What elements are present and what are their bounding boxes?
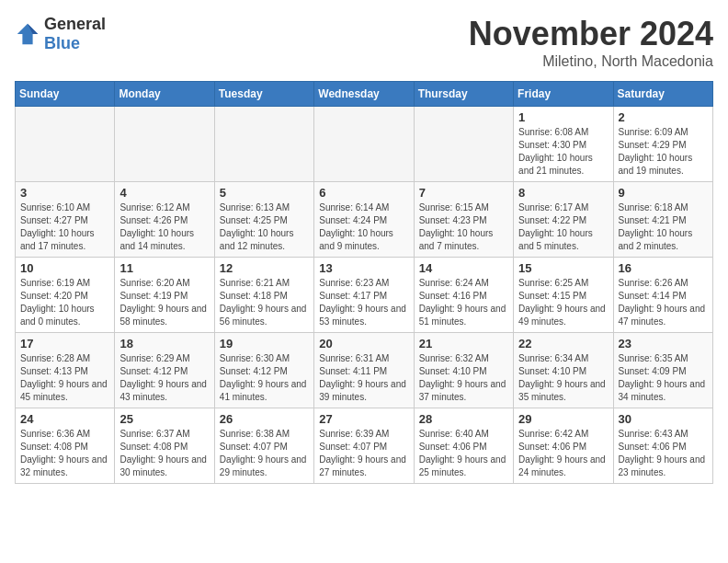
day-number: 14 <box>419 261 508 275</box>
header: General Blue November 2024 Miletino, Nor… <box>15 15 713 70</box>
day-info: Sunrise: 6:08 AM Sunset: 4:30 PM Dayligh… <box>518 126 608 178</box>
day-info: Sunrise: 6:43 AM Sunset: 4:06 PM Dayligh… <box>619 428 708 479</box>
calendar-cell: 12Sunrise: 6:21 AM Sunset: 4:18 PM Dayli… <box>214 258 313 333</box>
day-number: 20 <box>319 337 408 350</box>
day-number: 6 <box>319 186 408 200</box>
day-number: 21 <box>419 337 508 350</box>
calendar-cell: 6Sunrise: 6:14 AM Sunset: 4:24 PM Daylig… <box>314 182 414 258</box>
calendar-cell: 11Sunrise: 6:20 AM Sunset: 4:19 PM Dayli… <box>115 258 214 333</box>
day-number: 28 <box>419 412 508 426</box>
column-header-sunday: Sunday <box>16 82 115 107</box>
day-number: 17 <box>20 337 109 350</box>
day-number: 4 <box>119 186 209 200</box>
day-number: 16 <box>619 261 708 275</box>
calendar-cell: 2Sunrise: 6:09 AM Sunset: 4:29 PM Daylig… <box>613 107 712 182</box>
calendar-cell: 18Sunrise: 6:29 AM Sunset: 4:12 PM Dayli… <box>115 333 214 408</box>
calendar-cell: 27Sunrise: 6:39 AM Sunset: 4:07 PM Dayli… <box>314 408 414 484</box>
day-info: Sunrise: 6:15 AM Sunset: 4:23 PM Dayligh… <box>419 201 508 253</box>
calendar-cell <box>16 107 115 182</box>
day-number: 13 <box>319 261 408 275</box>
logo-icon <box>15 21 40 47</box>
title-area: November 2024 Miletino, North Macedonia <box>469 15 713 70</box>
month-title: November 2024 <box>469 15 713 53</box>
calendar-cell: 24Sunrise: 6:36 AM Sunset: 4:08 PM Dayli… <box>16 408 115 484</box>
calendar-body: 1Sunrise: 6:08 AM Sunset: 4:30 PM Daylig… <box>16 107 713 484</box>
calendar-cell: 21Sunrise: 6:32 AM Sunset: 4:10 PM Dayli… <box>414 333 513 408</box>
calendar-cell: 29Sunrise: 6:42 AM Sunset: 4:06 PM Dayli… <box>514 408 613 484</box>
day-number: 15 <box>518 261 608 275</box>
day-number: 29 <box>518 412 608 426</box>
calendar-cell: 13Sunrise: 6:23 AM Sunset: 4:17 PM Dayli… <box>314 258 414 333</box>
calendar-cell: 3Sunrise: 6:10 AM Sunset: 4:27 PM Daylig… <box>16 182 115 258</box>
day-info: Sunrise: 6:31 AM Sunset: 4:11 PM Dayligh… <box>319 352 408 404</box>
day-number: 23 <box>619 337 708 350</box>
calendar-cell: 4Sunrise: 6:12 AM Sunset: 4:26 PM Daylig… <box>115 182 214 258</box>
day-number: 9 <box>619 186 708 200</box>
day-number: 18 <box>119 337 209 350</box>
day-number: 24 <box>20 412 109 426</box>
calendar-cell: 17Sunrise: 6:28 AM Sunset: 4:13 PM Dayli… <box>16 333 115 408</box>
day-info: Sunrise: 6:26 AM Sunset: 4:14 PM Dayligh… <box>619 277 708 328</box>
day-number: 27 <box>319 412 408 426</box>
calendar-cell: 28Sunrise: 6:40 AM Sunset: 4:06 PM Dayli… <box>414 408 513 484</box>
day-number: 30 <box>619 412 708 426</box>
day-info: Sunrise: 6:39 AM Sunset: 4:07 PM Dayligh… <box>319 428 408 479</box>
day-info: Sunrise: 6:35 AM Sunset: 4:09 PM Dayligh… <box>619 352 708 404</box>
day-info: Sunrise: 6:38 AM Sunset: 4:07 PM Dayligh… <box>220 428 309 479</box>
day-info: Sunrise: 6:17 AM Sunset: 4:22 PM Dayligh… <box>518 201 608 253</box>
day-info: Sunrise: 6:25 AM Sunset: 4:15 PM Dayligh… <box>518 277 608 328</box>
calendar-cell: 25Sunrise: 6:37 AM Sunset: 4:08 PM Dayli… <box>115 408 214 484</box>
day-info: Sunrise: 6:28 AM Sunset: 4:13 PM Dayligh… <box>20 352 109 404</box>
logo-blue: Blue <box>44 34 80 52</box>
day-info: Sunrise: 6:14 AM Sunset: 4:24 PM Dayligh… <box>319 201 408 253</box>
calendar-cell: 26Sunrise: 6:38 AM Sunset: 4:07 PM Dayli… <box>214 408 313 484</box>
calendar-week-row: 17Sunrise: 6:28 AM Sunset: 4:13 PM Dayli… <box>16 333 713 408</box>
day-info: Sunrise: 6:12 AM Sunset: 4:26 PM Dayligh… <box>119 201 209 253</box>
calendar-cell <box>115 107 214 182</box>
calendar-cell: 19Sunrise: 6:30 AM Sunset: 4:12 PM Dayli… <box>214 333 313 408</box>
column-header-tuesday: Tuesday <box>214 82 313 107</box>
day-info: Sunrise: 6:34 AM Sunset: 4:10 PM Dayligh… <box>518 352 608 404</box>
day-info: Sunrise: 6:42 AM Sunset: 4:06 PM Dayligh… <box>518 428 608 479</box>
calendar-cell: 9Sunrise: 6:18 AM Sunset: 4:21 PM Daylig… <box>613 182 712 258</box>
calendar-header-row: SundayMondayTuesdayWednesdayThursdayFrid… <box>16 82 713 107</box>
column-header-monday: Monday <box>115 82 214 107</box>
calendar-cell: 20Sunrise: 6:31 AM Sunset: 4:11 PM Dayli… <box>314 333 414 408</box>
logo: General Blue <box>15 15 106 53</box>
column-header-wednesday: Wednesday <box>314 82 414 107</box>
day-number: 26 <box>220 412 309 426</box>
day-number: 5 <box>220 186 309 200</box>
column-header-thursday: Thursday <box>414 82 513 107</box>
day-number: 22 <box>518 337 608 350</box>
day-number: 12 <box>220 261 309 275</box>
calendar-cell: 8Sunrise: 6:17 AM Sunset: 4:22 PM Daylig… <box>514 182 613 258</box>
day-number: 1 <box>518 110 608 124</box>
day-info: Sunrise: 6:18 AM Sunset: 4:21 PM Dayligh… <box>619 201 708 253</box>
calendar-table: SundayMondayTuesdayWednesdayThursdayFrid… <box>15 81 713 484</box>
column-header-friday: Friday <box>514 82 613 107</box>
calendar-cell: 1Sunrise: 6:08 AM Sunset: 4:30 PM Daylig… <box>514 107 613 182</box>
day-info: Sunrise: 6:19 AM Sunset: 4:20 PM Dayligh… <box>20 277 109 328</box>
day-number: 7 <box>419 186 508 200</box>
day-info: Sunrise: 6:40 AM Sunset: 4:06 PM Dayligh… <box>419 428 508 479</box>
day-number: 2 <box>619 110 708 124</box>
day-info: Sunrise: 6:20 AM Sunset: 4:19 PM Dayligh… <box>119 277 209 328</box>
day-number: 11 <box>119 261 209 275</box>
calendar-cell: 23Sunrise: 6:35 AM Sunset: 4:09 PM Dayli… <box>613 333 712 408</box>
day-info: Sunrise: 6:21 AM Sunset: 4:18 PM Dayligh… <box>220 277 309 328</box>
calendar-week-row: 10Sunrise: 6:19 AM Sunset: 4:20 PM Dayli… <box>16 258 713 333</box>
logo-general: General <box>44 15 106 33</box>
location-title: Miletino, North Macedonia <box>469 53 713 70</box>
calendar-cell: 5Sunrise: 6:13 AM Sunset: 4:25 PM Daylig… <box>214 182 313 258</box>
day-info: Sunrise: 6:24 AM Sunset: 4:16 PM Dayligh… <box>419 277 508 328</box>
calendar-cell: 30Sunrise: 6:43 AM Sunset: 4:06 PM Dayli… <box>613 408 712 484</box>
calendar-week-row: 1Sunrise: 6:08 AM Sunset: 4:30 PM Daylig… <box>16 107 713 182</box>
calendar-cell: 7Sunrise: 6:15 AM Sunset: 4:23 PM Daylig… <box>414 182 513 258</box>
day-number: 8 <box>518 186 608 200</box>
day-number: 10 <box>20 261 109 275</box>
day-info: Sunrise: 6:37 AM Sunset: 4:08 PM Dayligh… <box>119 428 209 479</box>
calendar-cell <box>314 107 414 182</box>
day-number: 3 <box>20 186 109 200</box>
calendar-cell <box>214 107 313 182</box>
day-number: 19 <box>220 337 309 350</box>
